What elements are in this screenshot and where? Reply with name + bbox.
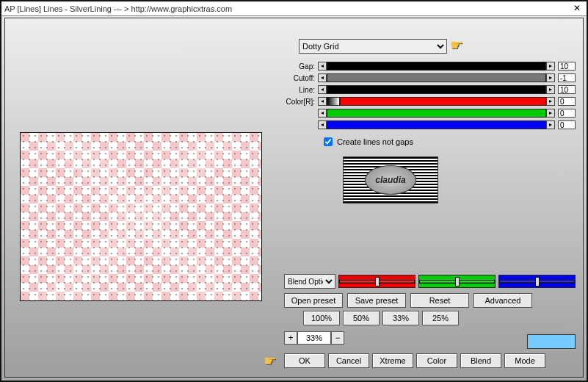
colorb-slider[interactable]	[327, 120, 546, 129]
pointer-hand-icon	[450, 40, 471, 53]
cutoff-label: Cutoff:	[284, 74, 318, 82]
ok-button[interactable]: OK	[284, 353, 325, 368]
colorg-slider[interactable]	[327, 109, 546, 118]
colorb-inc[interactable]: ▸	[546, 120, 555, 129]
colorr-dec[interactable]: ◂	[318, 97, 327, 106]
line-slider[interactable]	[327, 85, 546, 94]
save-preset-button[interactable]: Save preset	[347, 293, 406, 308]
preview-canvas	[20, 132, 262, 301]
slider-group: Gap: ◂ ▸ 10 Cutoff: ◂ ▸ -1 Line: ◂	[284, 61, 576, 130]
colorg-dec[interactable]: ◂	[318, 109, 327, 118]
gap-slider[interactable]	[327, 62, 546, 71]
window-title: AP [Lines] Lines - SilverLining --- > ht…	[4, 4, 570, 13]
blend-red-slider[interactable]	[338, 275, 415, 288]
colorr-label: Color[R]:	[284, 98, 318, 106]
cutoff-inc[interactable]: ▸	[546, 73, 555, 82]
line-dec[interactable]: ◂	[318, 85, 327, 94]
plugin-window: AP [Lines] Lines - SilverLining --- > ht…	[0, 0, 588, 382]
zoom-50-button[interactable]: 50%	[343, 311, 380, 325]
gap-label: Gap:	[284, 62, 318, 71]
zoom-value: 33%	[297, 331, 331, 345]
color-swatch[interactable]	[527, 334, 576, 349]
reset-button[interactable]: Reset	[410, 293, 469, 308]
cutoff-dec[interactable]: ◂	[318, 73, 327, 82]
zoom-in-button[interactable]: +	[284, 331, 297, 345]
zoom-33-button[interactable]: 33%	[382, 311, 419, 325]
blend-green-slider[interactable]	[418, 275, 496, 288]
zoom-25-button[interactable]: 25%	[422, 311, 459, 325]
line-inc[interactable]: ▸	[546, 85, 555, 94]
colorb-value[interactable]: 0	[558, 120, 576, 129]
xtreme-button[interactable]: Xtreme	[372, 353, 413, 368]
colorg-inc[interactable]: ▸	[546, 109, 555, 118]
gap-value[interactable]: 10	[558, 62, 576, 71]
zoom-out-button[interactable]: −	[331, 331, 344, 345]
gap-inc[interactable]: ▸	[546, 62, 555, 71]
content-area: Dotty Grid Gap: ◂ ▸ 10 Cutoff: ◂ ▸ -1	[4, 18, 584, 378]
cutoff-slider[interactable]	[327, 73, 546, 82]
close-button[interactable]: ✕	[570, 3, 584, 15]
create-lines-checkbox[interactable]	[324, 137, 333, 146]
colorr-slider[interactable]	[340, 97, 546, 106]
blend-button[interactable]: Blend	[460, 353, 501, 368]
colorr-inc[interactable]: ▸	[546, 97, 555, 106]
logo-text: claudia	[365, 165, 416, 195]
cancel-button[interactable]: Cancel	[328, 353, 369, 368]
colorb-dec[interactable]: ◂	[318, 120, 327, 129]
title-bar: AP [Lines] Lines - SilverLining --- > ht…	[1, 1, 587, 16]
cutoff-value[interactable]: -1	[558, 73, 576, 82]
preset-combo[interactable]: Dotty Grid	[299, 39, 447, 54]
mode-button[interactable]: Mode	[504, 353, 545, 368]
create-lines-label: Create lines not gaps	[337, 137, 413, 146]
color-button[interactable]: Color	[416, 353, 457, 368]
blend-blue-slider[interactable]	[498, 275, 576, 288]
open-preset-button[interactable]: Open preset	[284, 293, 343, 308]
blend-combo[interactable]: Blend Options	[284, 274, 335, 289]
gap-dec[interactable]: ◂	[318, 62, 327, 71]
colorr-value[interactable]: 0	[558, 97, 576, 106]
advanced-button[interactable]: Advanced	[473, 293, 532, 308]
gradient-swatch	[327, 97, 340, 106]
line-label: Line:	[284, 86, 318, 94]
ok-pointer-hand-icon	[264, 355, 283, 368]
controls-panel: Dotty Grid Gap: ◂ ▸ 10 Cutoff: ◂ ▸ -1	[284, 39, 576, 372]
claudia-logo: claudia	[343, 156, 438, 203]
line-value[interactable]: 10	[558, 85, 576, 94]
zoom-100-button[interactable]: 100%	[303, 311, 340, 325]
colorg-value[interactable]: 0	[558, 109, 576, 118]
